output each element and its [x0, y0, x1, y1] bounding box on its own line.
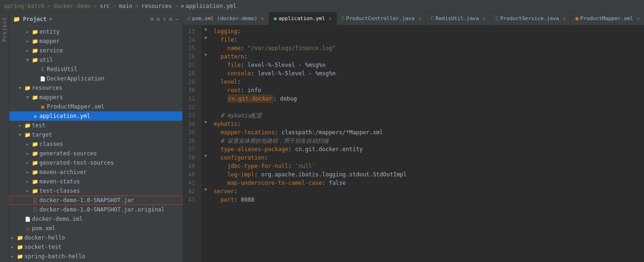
gutter-43 [202, 194, 210, 202]
fold-marker-24[interactable]: ▼ [202, 34, 210, 42]
tree-item-target[interactable]: ▼ 📁 target [9, 130, 182, 139]
tree-item-service[interactable]: ► 📁 service [9, 46, 182, 55]
breadcrumb-src[interactable]: src [100, 3, 110, 9]
tree-item-application-yml[interactable]: ● application.yml [9, 111, 182, 121]
expand-arrow[interactable]: ► [24, 29, 31, 34]
fold-marker-38[interactable]: ▼ [202, 152, 210, 160]
folder-icon: 📁 [31, 29, 39, 35]
pom-tab-icon: ◯ [187, 16, 190, 21]
fold-marker-34[interactable]: ▼ [202, 118, 210, 126]
xml-file-icon: ■ [38, 104, 47, 109]
tab-close[interactable]: ✕ [418, 16, 421, 21]
expand-arrow[interactable]: ▼ [24, 58, 31, 62]
code-area: 23 24 25 26 27 28 29 30 31 32 33 34 35 3… [183, 25, 644, 262]
expand-arrow[interactable]: ► [24, 151, 31, 156]
tree-item-mappers[interactable]: ▼ 📁 mappers [9, 93, 182, 102]
tree-item-generated-test-sources[interactable]: ► 📁 generated-test-sources [9, 158, 182, 167]
tree-item-classes[interactable]: ► 📁 classes [9, 139, 182, 149]
expand-arrow[interactable]: ► [17, 123, 23, 128]
expand-arrow[interactable]: ► [24, 179, 31, 184]
breadcrumb-docker-demo[interactable]: docker-demo [53, 3, 90, 9]
folder-icon: 📁 [23, 132, 32, 138]
tree-item-maven-status[interactable]: ► 📁 maven-status [9, 177, 182, 186]
tree-item-test-classes[interactable]: ► 📁 test-classes [9, 186, 182, 196]
tree-item-productmapper-xml[interactable]: ■ ProductMapper.xml [9, 102, 182, 111]
gutter-33 [202, 109, 210, 118]
expand-arrow[interactable]: ► [24, 48, 31, 53]
breadcrumb-application-yml[interactable]: application.yml [186, 3, 236, 9]
tab-redisutil[interactable]: C RedisUtil.java ✕ [426, 12, 491, 25]
expand-arrow[interactable]: ▼ [17, 132, 23, 137]
tree-item-redisutil[interactable]: C RedisUtil [9, 65, 182, 74]
tab-close[interactable]: ✕ [261, 16, 264, 21]
expand-arrow[interactable]: ► [9, 235, 16, 240]
collapse-button[interactable]: ≡ [157, 16, 160, 22]
expand-arrow[interactable]: ▼ [17, 86, 23, 90]
project-panel-title: Project [23, 16, 47, 22]
expand-arrow[interactable]: ▼ [24, 95, 31, 100]
fold-marker-26[interactable]: ▼ [202, 51, 210, 59]
folder-icon: 📁 [31, 169, 39, 175]
tree-item-docker-hello[interactable]: ► 📁 docker-hello [9, 233, 182, 242]
gutter-32 [202, 101, 210, 109]
expand-arrow[interactable]: ► [24, 189, 31, 193]
breadcrumb-main[interactable]: main [119, 3, 133, 9]
expand-arrow[interactable]: ► [24, 170, 31, 175]
tree-item-iml[interactable]: 📄 docker-demo.iml [9, 214, 182, 224]
tree-item-util[interactable]: ▼ 📁 util [9, 55, 182, 65]
folder-icon: 📁 [31, 188, 39, 194]
project-panel-header: 📁 Project ▼ ⊕ ≡ ⇕ ⚙ − [9, 12, 182, 26]
tree-item-entity[interactable]: ► 📁 entity [9, 27, 182, 36]
tree-item-jar-file[interactable]: ⎕ docker-demo-1.0-SNAPSHOT.jar [9, 196, 182, 205]
tree-item-mapper[interactable]: ► 📁 mapper [9, 36, 182, 46]
code-line-29: level: [210, 78, 644, 86]
tree-item-generated-sources[interactable]: ► 📁 generated-sources [9, 149, 182, 158]
code-content[interactable]: logging: file: name: "/var/applogs/finan… [210, 25, 644, 262]
tab-productservice[interactable]: C ProductService.java ✕ [491, 12, 571, 25]
expand-arrow[interactable]: ► [9, 245, 16, 249]
tab-close[interactable]: ✕ [563, 16, 566, 21]
fold-marker-23[interactable]: ▼ [202, 25, 210, 34]
expand-arrow[interactable]: ► [24, 142, 31, 146]
yml-file-icon: ● [31, 114, 39, 119]
gutter-31 [202, 93, 210, 101]
pom-icon: ◯ [23, 226, 32, 231]
tree-item-socket-test[interactable]: ► 📁 socket-test [9, 242, 182, 252]
tree-item-dockerapplication[interactable]: 📄 DockerApplication [9, 74, 182, 83]
tab-close[interactable]: ✕ [637, 16, 640, 21]
expand-arrow[interactable]: ► [9, 254, 16, 259]
add-button[interactable]: ⊕ [150, 16, 154, 22]
code-line-36: # 设置实体类的包路径，用于别名自动扫描 [210, 137, 644, 145]
folder-icon: 📁 [31, 95, 39, 101]
tab-application-yml[interactable]: ● application.yml ✕ [269, 12, 337, 25]
gutter-39 [202, 160, 210, 168]
minimize-button[interactable]: − [175, 16, 179, 22]
tab-close[interactable]: ✕ [329, 16, 332, 21]
tab-productmapper-xml[interactable]: ■ ProductMapper.xml ✕ [571, 12, 644, 25]
tree-item-resources[interactable]: ▼ 📁 resources [9, 83, 182, 93]
tab-pom-xml[interactable]: ◯ pom.xml (docker-demo) ✕ [183, 12, 269, 25]
tree-item-maven-archiver[interactable]: ► 📁 maven-archiver [9, 167, 182, 177]
fold-marker-42[interactable]: ▼ [202, 185, 210, 194]
editor-tab-bar: ◯ pom.xml (docker-demo) ✕ ● application.… [183, 12, 644, 25]
gutter-35 [202, 126, 210, 135]
tree-item-spring-batch-hello[interactable]: ► 📁 spring-batch-hello [9, 252, 182, 261]
tab-close[interactable]: ✕ [483, 16, 486, 21]
breadcrumb-spring-batch[interactable]: spring-batch [4, 3, 45, 9]
tree-item-jar-original[interactable]: ⎕ docker-demo-1.0-SNAPSHOT.jar.original [9, 205, 182, 214]
dropdown-icon[interactable]: ▼ [50, 17, 52, 22]
gutter-29 [202, 76, 210, 84]
expand-arrow[interactable]: ► [24, 160, 31, 165]
settings-button[interactable]: ⚙ [169, 16, 172, 22]
tree-item-pom[interactable]: ◯ pom.xml [9, 224, 182, 233]
tree-item-test[interactable]: ► 📁 test [9, 121, 182, 130]
folder-icon: 📁 [31, 38, 39, 44]
iml-icon: 📄 [23, 217, 32, 222]
sort-button[interactable]: ⇕ [163, 16, 166, 22]
folder-icon: 📁 [31, 48, 39, 54]
module-folder-icon: 📁 [16, 235, 24, 241]
expand-arrow[interactable]: ► [24, 39, 31, 44]
breadcrumb-resources[interactable]: resources [142, 3, 172, 9]
tab-productcontroller[interactable]: C ProductController.java ✕ [337, 12, 427, 25]
code-line-28: console: level-%-5level - %msg%n [210, 69, 644, 78]
